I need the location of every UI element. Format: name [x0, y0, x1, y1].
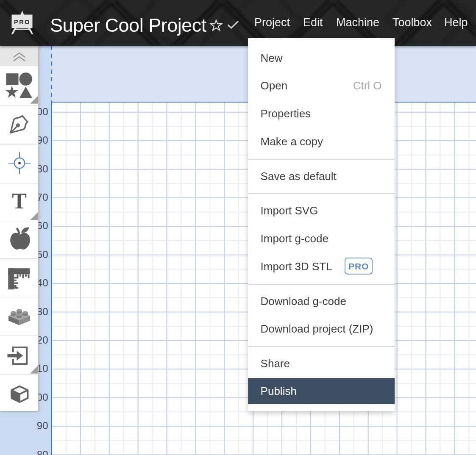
- svg-text:T: T: [12, 189, 27, 213]
